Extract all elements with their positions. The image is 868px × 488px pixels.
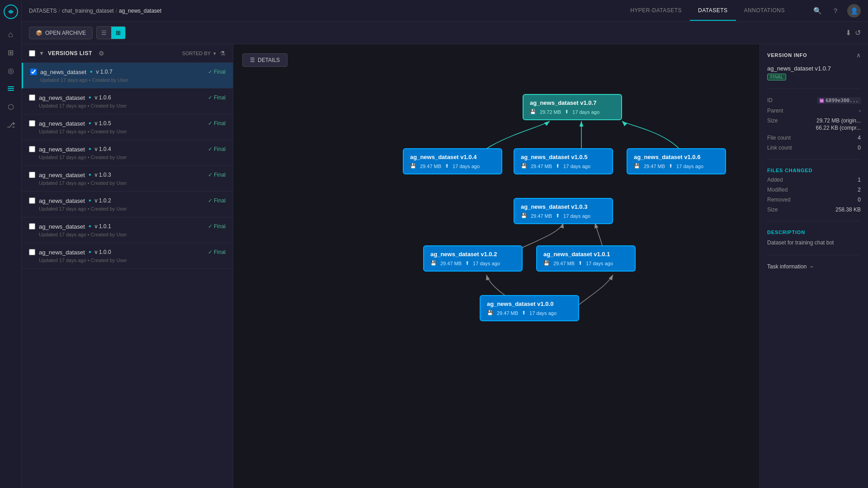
size-changed-value: 258.38 KB [835,206,861,213]
list-item[interactable]: ag_news_dataset • v 1.0.0 ✓ Final Update… [22,243,233,269]
dag-node-v107[interactable]: ag_news_dataset v1.0.7 💾 29.72 MB ⬆ 17 d… [523,94,622,120]
dag-node-meta: 💾 29.47 MB ⬆ 17 days ago [634,163,719,169]
list-item[interactable]: ag_news_dataset • v 1.0.2 ✓ Final Update… [22,192,233,217]
sidebar-item-layers[interactable] [3,80,19,97]
upload-icon: ⬆ [465,260,469,266]
version-name: ag_news_dataset [39,120,85,127]
version-checkbox[interactable] [29,197,35,204]
version-name: ag_news_dataset [40,69,86,75]
tab-annotations[interactable]: ANNOTATIONS [736,1,793,21]
node-size: 29.47 MB [531,164,552,169]
download-icon[interactable]: ⬇ [845,28,851,37]
list-item[interactable]: ag_news_dataset • v 1.0.5 ✓ Final Update… [22,114,233,140]
final-badge: ✓ Final [208,197,226,204]
final-badge: ✓ Final [208,69,226,75]
dag-node-meta: 💾 29.47 MB ⬆ 17 days ago [521,213,606,219]
parent-row: Parent - [767,108,861,114]
select-all-checkbox[interactable] [29,50,35,56]
version-checkbox[interactable] [29,146,35,152]
size-icon: 💾 [521,213,527,219]
removed-row: Removed 0 [767,197,861,203]
divider [767,255,861,255]
link-count-value: 0 [858,145,861,151]
dag-node-v103[interactable]: ag_news_dataset v1.0.3 💾 29.47 MB ⬆ 17 d… [514,198,613,224]
node-size: 29.47 MB [553,261,575,266]
upload-icon: ⬆ [669,163,673,169]
link-count-row: Link count 0 [767,145,861,151]
versions-header: ▼ VERSIONS LIST ⚙ SORTED BY ▾ ⚗ [22,44,233,63]
version-tag: v 1.0.5 [95,120,111,127]
version-checkbox[interactable] [30,69,37,75]
breadcrumb-training[interactable]: chat_training_dataset [62,8,114,14]
sidebar-item-home[interactable]: ⌂ [3,26,19,42]
refresh-icon[interactable]: ↺ [855,28,861,37]
size-icon: 💾 [487,310,493,316]
added-value: 1 [858,177,861,183]
dag-node-v104[interactable]: ag_news_dataset v1.0.4 💾 29.47 MB ⬆ 17 d… [403,148,502,174]
parent-label: Parent [767,108,783,114]
version-meta: Updated 17 days ago • Created by User [29,206,226,211]
toolbar: 📦 OPEN ARCHIVE ☰ ⊞ ⬇ ↺ [22,22,868,44]
details-label: DETAILS [258,57,280,63]
dag-node-title: ag_news_dataset v1.0.1 [543,251,628,258]
removed-label: Removed [767,197,790,203]
tab-datasets[interactable]: DATASETS [690,1,736,21]
sidebar-item-grid[interactable]: ⊞ [3,44,19,61]
settings-icon[interactable]: ⚙ [99,50,104,57]
added-label: Added [767,177,783,183]
version-dot: • [90,68,93,75]
list-item[interactable]: ag_news_dataset • v 1.0.6 ✓ Final Update… [22,89,233,114]
sort-button[interactable]: SORTED BY ▾ [182,51,216,56]
node-age: 17 days ago [572,109,599,115]
version-checkbox[interactable] [29,94,35,101]
open-archive-button[interactable]: 📦 OPEN ARCHIVE [29,27,93,39]
details-button[interactable]: ☰ DETAILS [242,53,288,67]
version-tag: v 1.0.1 [95,223,111,230]
sidebar: ⌂ ⊞ ◎ ⬡ ⎇ [0,0,22,488]
dag-node-meta: 💾 29.72 MB ⬆ 17 days ago [530,109,615,115]
tab-hyper-datasets[interactable]: HYPER-DATASETS [622,1,690,21]
id-value: 🆔 6899e300... [817,97,861,104]
list-item[interactable]: ag_news_dataset • v 1.0.3 ✓ Final Update… [22,166,233,192]
help-icon[interactable]: ? [829,5,842,17]
dag-node-title: ag_news_dataset v1.0.5 [521,154,606,160]
dag-node-v100[interactable]: ag_news_dataset v1.0.0 💾 29.47 MB ⬆ 17 d… [480,295,579,321]
version-dot: • [89,145,91,153]
version-checkbox[interactable] [29,172,35,178]
version-meta: Updated 17 days ago • Created by User [30,77,226,83]
version-meta: Updated 17 days ago • Created by User [29,180,226,186]
dag-node-v101[interactable]: ag_news_dataset v1.0.1 💾 29.47 MB ⬆ 17 d… [536,245,636,272]
list-item[interactable]: ag_news_dataset • v 1.0.4 ✓ Final Update… [22,140,233,166]
dag-node-v106[interactable]: ag_news_dataset v1.0.6 💾 29.47 MB ⬆ 17 d… [627,148,726,174]
dag-node-title: ag_news_dataset v1.0.7 [530,99,615,106]
size-icon: 💾 [430,260,437,266]
filter-icon[interactable]: ⚗ [220,50,226,57]
search-icon[interactable]: 🔍 [811,5,824,17]
version-meta: Updated 17 days ago • Created by User [29,155,226,160]
node-size: 29.47 MB [440,261,462,266]
version-info-title: VERSION INFO [767,52,807,58]
list-item[interactable]: ag_news_dataset • v 1.0.1 ✓ Final Update… [22,217,233,243]
sidebar-item-branch[interactable]: ⎇ [3,117,19,133]
grid-view-button[interactable]: ⊞ [111,27,125,39]
version-checkbox[interactable] [29,120,35,127]
version-checkbox[interactable] [29,223,35,230]
dag-node-v105[interactable]: ag_news_dataset v1.0.5 💾 29.47 MB ⬆ 17 d… [514,148,613,174]
task-information-link[interactable]: Task information → [767,263,861,270]
dag-node-title: ag_news_dataset v1.0.0 [487,300,572,307]
top-nav: DATASETS / chat_training_dataset / ag_ne… [22,0,868,22]
app-logo[interactable] [3,4,19,20]
breadcrumb-sep2: / [116,8,117,14]
list-view-button[interactable]: ☰ [97,27,111,39]
sidebar-item-puzzle[interactable]: ⬡ [3,99,19,115]
id-icon: 🆔 [819,99,824,103]
version-name: ag_news_dataset [39,249,85,256]
version-checkbox[interactable] [29,249,35,255]
size-changed-label: Size [767,206,778,213]
avatar[interactable]: 👤 [847,4,861,18]
list-item[interactable]: ag_news_dataset • v 1.0.7 ✓ Final Update… [22,63,233,89]
dag-node-v102[interactable]: ag_news_dataset v1.0.2 💾 29.47 MB ⬆ 17 d… [423,245,523,272]
collapse-icon[interactable]: ∧ [856,52,861,59]
breadcrumb-datasets[interactable]: DATASETS [29,8,57,14]
sidebar-item-target[interactable]: ◎ [3,62,19,79]
